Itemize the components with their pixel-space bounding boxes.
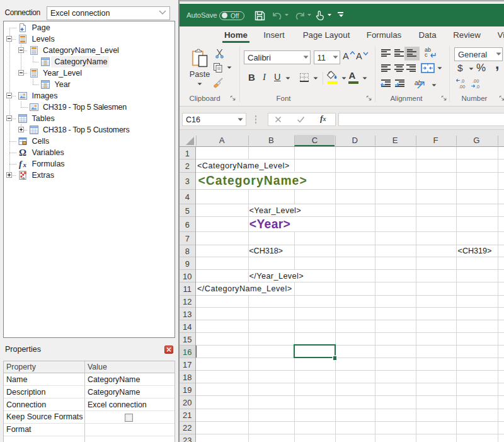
svg-text:.00: .00	[459, 84, 465, 89]
svg-text:f: f	[19, 160, 23, 169]
svg-text:.0: .0	[476, 84, 479, 89]
svg-text:x: x	[23, 161, 27, 168]
svg-text:.0: .0	[461, 78, 464, 84]
svg-text:Ω: Ω	[19, 148, 26, 158]
svg-text:.00: .00	[472, 78, 479, 84]
